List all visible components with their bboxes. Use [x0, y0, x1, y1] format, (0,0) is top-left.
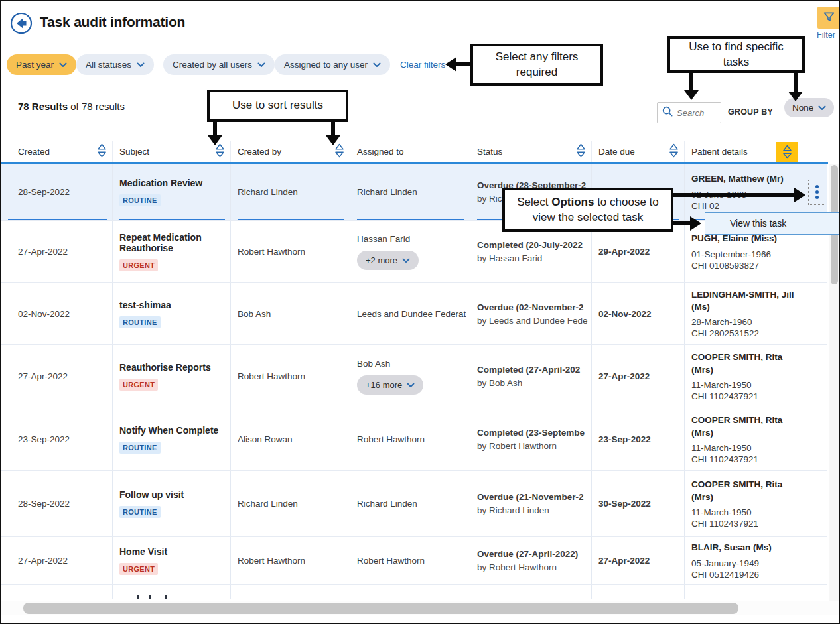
table-row[interactable]: 27-Apr-2022 Reauthorise ReportsURGENT Ro…: [1, 345, 827, 408]
status-line: Overdue (21-November-2: [477, 492, 587, 502]
patient-dob: 01-September-1966: [691, 249, 800, 259]
column-label: Subject: [119, 147, 149, 156]
created-by: Alison Rowan: [238, 434, 346, 444]
filter-button[interactable]: [817, 7, 840, 29]
column-header-date-due[interactable]: Date due: [592, 141, 685, 162]
context-menu-view-task[interactable]: View this task: [705, 212, 840, 235]
status-line: Completed (20-July-2022: [477, 240, 587, 250]
column-label: Assigned to: [357, 147, 404, 156]
date-due: 27-Apr-2022: [598, 371, 680, 381]
sort-icon[interactable]: [669, 143, 679, 160]
created-by: Richard Linden: [238, 499, 346, 509]
column-header-created[interactable]: Created: [1, 141, 113, 162]
status-line: Overdue (02-November-2: [477, 302, 587, 312]
assigned-more-button[interactable]: +16 more: [357, 375, 423, 395]
filter-funnel-icon: [822, 10, 836, 26]
chevron-down-icon: [137, 60, 145, 70]
chip-label: Assigned to any user: [284, 60, 368, 70]
table-row[interactable]: 28-Sep-2022 Follow up visitROUTINE Richa…: [1, 471, 827, 537]
date-due: 23-Sep-2022: [598, 434, 680, 444]
patient-name: BLAIR, Susan (Ms): [691, 542, 800, 554]
patient-dob: 11-March-1950: [691, 380, 800, 390]
sort-icon[interactable]: [215, 143, 225, 160]
date-due: 02-Nov-2022: [598, 309, 680, 319]
back-arrow-icon: [10, 27, 33, 36]
horizontal-scrollbar-thumb[interactable]: [23, 603, 738, 614]
sort-icon-highlighted[interactable]: [776, 142, 798, 162]
task-audit-page: Task audit information Filter Past year …: [0, 0, 840, 624]
filter-chip-assigned-to[interactable]: Assigned to any user: [275, 54, 390, 75]
filter-chip-past-year[interactable]: Past year: [7, 54, 76, 75]
patient-chi: CHI 2802531522: [691, 328, 800, 338]
chevron-down-icon: [402, 255, 410, 265]
column-header-status[interactable]: Status: [470, 141, 592, 162]
assigned-to: Hassan Farid: [357, 234, 466, 244]
status-by-line: by Robert Hawthorn: [477, 562, 587, 572]
sort-icon[interactable]: [97, 143, 107, 160]
table-row[interactable]: 23-Sep-2022 Notify When CompleteROUTINE …: [1, 408, 827, 471]
status-line: Completed (27-April-202: [477, 365, 587, 375]
priority-badge: ROUTINE: [119, 194, 161, 206]
created-by: Robert Hawthorn: [238, 556, 346, 566]
status-by-line: by Hassan Farid: [477, 253, 587, 263]
date-due: 30-Sep-2022: [598, 499, 680, 509]
status-by-line: by Richard Linden: [477, 505, 587, 515]
task-subject: Reauthorise Reports: [119, 362, 226, 373]
sort-icon[interactable]: [576, 143, 586, 160]
sort-icon[interactable]: [334, 143, 344, 160]
column-header-assigned-to[interactable]: Assigned to: [350, 141, 470, 162]
callout-sort-arrow-subject: [213, 122, 217, 135]
created-date: 27-Apr-2022: [18, 247, 108, 257]
table-row[interactable]: 02-Nov-2022 test-shimaaROUTINE Bob Ash L…: [1, 283, 827, 345]
patient-name: LEDINGHAM-SMITH, Jill (Ms): [691, 289, 800, 313]
assigned-to: Leeds and Dundee Federat: [357, 309, 466, 319]
chip-label: All statuses: [86, 60, 131, 70]
options-dots-icon: [815, 185, 819, 188]
callout-sort: Use to sort results: [207, 90, 348, 122]
row-options-button[interactable]: [808, 180, 825, 205]
chevron-down-icon: [257, 60, 265, 70]
table-row[interactable]: 28-Sep-2022 Medication ReviewROUTINE Ric…: [1, 164, 827, 221]
column-label: Date due: [598, 147, 635, 156]
table-row[interactable]: 27-Apr-2022 Home VisitURGENT Robert Hawt…: [1, 537, 827, 585]
date-due: 27-Apr-2022: [598, 556, 680, 566]
filter-button-label: Filter: [812, 31, 840, 40]
priority-badge: ROUTINE: [119, 442, 161, 454]
created-by: Robert Hawthorn: [238, 247, 346, 257]
column-label: Created: [18, 147, 50, 156]
date-due: 29-Apr-2022: [598, 247, 680, 257]
status-by-line: by Leeds and Dundee Fede: [477, 316, 587, 326]
patient-name: COOPER SMITH, Rita (Mrs): [691, 351, 800, 375]
task-subject: Follow up visit: [119, 489, 226, 500]
assigned-to: Bob Ash: [357, 359, 466, 369]
filter-chip-created-by[interactable]: Created by all users: [163, 54, 275, 75]
assigned-more-button[interactable]: +2 more: [357, 251, 419, 270]
status-line: Completed (23-Septembe: [477, 428, 587, 438]
task-subject: Home Visit: [119, 546, 226, 557]
callout-options: Select Options to choose to view the sel…: [502, 188, 673, 232]
priority-badge: ROUTINE: [119, 316, 161, 328]
group-by-label: GROUP BY: [728, 107, 773, 117]
patient-chi: CHI 1102437921: [691, 519, 800, 529]
patient-chi: CHI 1102437921: [691, 391, 800, 401]
table-body: 28-Sep-2022 Medication ReviewROUTINE Ric…: [1, 164, 827, 599]
back-button[interactable]: [10, 12, 33, 34]
priority-badge: URGENT: [119, 259, 158, 271]
patient-name: COOPER SMITH, Rita (Mrs): [691, 414, 800, 438]
horizontal-scrollbar[interactable]: [1, 601, 839, 615]
task-subject: Medication Review: [119, 178, 226, 188]
search-input[interactable]: [677, 108, 717, 118]
task-subject: test-shimaa: [119, 300, 226, 310]
chevron-down-icon: [59, 60, 67, 70]
clear-filters-link[interactable]: Clear filters: [400, 60, 445, 70]
table-row[interactable]: 27-Apr-2022 Repeat Medication Reauthoris…: [1, 221, 827, 283]
filter-chip-all-statuses[interactable]: All statuses: [76, 54, 154, 75]
status-line: Overdue (27-April-2022): [477, 549, 587, 559]
search-icon: [662, 105, 673, 120]
created-by: Bob Ash: [238, 309, 346, 319]
callout-find-arrow-groupby: [794, 73, 798, 92]
column-header-patient-details[interactable]: Patient details: [685, 141, 804, 162]
patient-chi: CHI 02: [691, 201, 800, 211]
priority-badge: URGENT: [119, 379, 158, 391]
status-by-line: by Bob Ash: [477, 378, 587, 388]
